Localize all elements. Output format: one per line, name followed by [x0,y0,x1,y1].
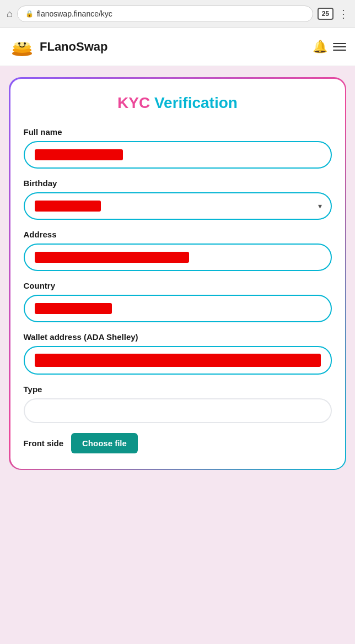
browser-chrome: ⌂ 🔒 flanoswap.finance/kyc 25 ⋮ [0,0,355,28]
lock-icon: 🔒 [25,10,34,18]
notification-bell-icon[interactable]: 🔔 [313,40,327,54]
wallet-address-input[interactable] [24,346,332,375]
address-redacted [35,252,189,263]
main-content: KYC Verification Full name Birthday ▾ [0,66,355,481]
type-input[interactable]: ID Card [24,398,332,423]
home-icon[interactable]: ⌂ [7,8,13,20]
wallet-address-label: Wallet address (ADA Shelley) [24,332,332,342]
url-text: flanoswap.finance/kyc [37,9,112,18]
country-label: Country [24,281,332,290]
kyc-title: KYC Verification [24,94,332,112]
address-input[interactable] [24,243,332,271]
birthday-select[interactable]: ▾ [24,192,332,220]
full-name-redacted [35,149,123,160]
birthday-chevron-icon: ▾ [318,202,322,210]
birthday-select-wrapper: ▾ [24,192,332,220]
logo-container: FLanoSwap [9,34,107,60]
svg-point-5 [24,42,26,45]
kyc-card: KYC Verification Full name Birthday ▾ [10,79,345,469]
wallet-address-group: Wallet address (ADA Shelley) [24,332,332,375]
kyc-title-kyc: KYC [117,94,150,111]
address-label: Address [24,230,332,239]
type-label: Type [24,385,332,394]
country-input[interactable] [24,295,332,322]
front-side-label: Front side [24,439,64,448]
full-name-label: Full name [24,127,332,137]
app-header: FLanoSwap 🔔 [0,28,355,66]
full-name-input[interactable] [24,141,332,169]
svg-point-4 [18,42,20,45]
country-redacted [35,303,112,314]
birthday-redacted [35,201,101,212]
front-side-row: Front side Choose file [24,433,332,453]
tab-count[interactable]: 25 [318,8,334,20]
kyc-title-verification: Verification [154,94,238,111]
svg-point-3 [14,42,30,46]
wallet-address-redacted [35,354,321,367]
app-title: FLanoSwap [40,40,107,54]
hamburger-menu-icon[interactable] [333,43,346,51]
browser-menu-icon[interactable]: ⋮ [338,7,348,20]
choose-file-button[interactable]: Choose file [71,433,138,453]
birthday-group: Birthday ▾ [24,178,332,220]
full-name-group: Full name [24,127,332,169]
url-bar[interactable]: 🔒 flanoswap.finance/kyc [17,6,313,22]
app-logo [9,34,35,60]
type-group: Type ID Card [24,385,332,423]
birthday-label: Birthday [24,178,332,188]
kyc-card-wrapper: KYC Verification Full name Birthday ▾ [9,77,346,470]
address-group: Address [24,230,332,271]
country-group: Country [24,281,332,322]
